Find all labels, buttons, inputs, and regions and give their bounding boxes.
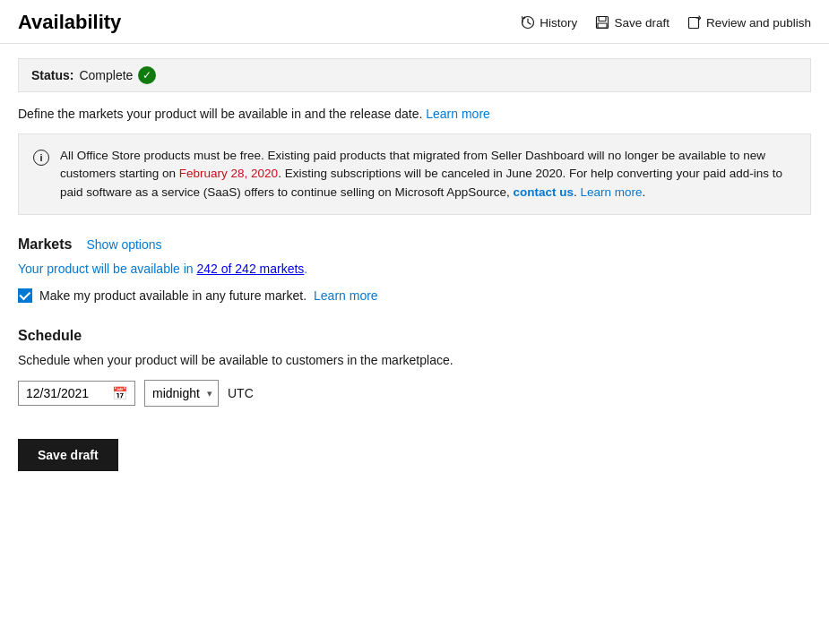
markets-count-text: Your product will be available in 242 of…: [18, 262, 811, 276]
show-options-button[interactable]: Show options: [86, 237, 161, 252]
calendar-icon[interactable]: 📅: [112, 386, 127, 400]
markets-count-highlight[interactable]: 242 of 242 markets: [197, 262, 305, 276]
schedule-section-header: Schedule: [18, 328, 811, 344]
schedule-controls: 📅 midnight 1:00 AM 2:00 AM 3:00 AM 6:00 …: [18, 380, 811, 407]
description-text: Define the markets your product will be …: [18, 107, 811, 121]
time-select-wrap[interactable]: midnight 1:00 AM 2:00 AM 3:00 AM 6:00 AM…: [144, 380, 219, 407]
content-area: Status: Complete ✓ Define the markets yo…: [0, 44, 829, 489]
schedule-title: Schedule: [18, 328, 82, 344]
save-draft-top-button[interactable]: Save draft: [595, 15, 669, 30]
status-value: Complete: [79, 68, 133, 82]
save-draft-top-label: Save draft: [614, 16, 669, 30]
schedule-description: Schedule when your product will be avail…: [18, 353, 811, 367]
review-publish-icon: [687, 15, 702, 30]
info-icon-wrap: i: [33, 149, 49, 167]
history-button[interactable]: History: [521, 15, 577, 30]
top-actions: History Save draft Review and publish: [521, 15, 811, 30]
contact-us-link[interactable]: contact us: [514, 185, 574, 199]
status-check-icon: ✓: [138, 66, 156, 84]
date-input-wrap[interactable]: 📅: [18, 381, 135, 406]
markets-count-prefix: Your product will be available in: [18, 262, 197, 276]
info-learn-more-link[interactable]: Learn more: [581, 185, 643, 199]
save-icon: [595, 15, 609, 30]
status-label: Status:: [31, 68, 73, 82]
svg-rect-3: [598, 23, 607, 28]
info-box-text: All Office Store products must be free. …: [60, 147, 796, 202]
svg-rect-4: [688, 18, 698, 29]
info-date-highlight: February 28, 2020: [179, 167, 278, 180]
history-label: History: [540, 16, 577, 30]
future-market-learn-more[interactable]: Learn more: [314, 288, 378, 303]
svg-rect-2: [599, 17, 606, 21]
future-market-label: Make my product available in any future …: [39, 288, 307, 303]
info-icon: i: [33, 150, 49, 166]
future-market-checkbox[interactable]: [18, 288, 32, 303]
review-publish-button[interactable]: Review and publish: [687, 15, 811, 30]
date-input[interactable]: [26, 386, 107, 400]
review-publish-label: Review and publish: [706, 16, 811, 30]
info-box: i All Office Store products must be free…: [18, 133, 811, 215]
time-select[interactable]: midnight 1:00 AM 2:00 AM 3:00 AM 6:00 AM…: [145, 381, 218, 406]
status-bar: Status: Complete ✓: [18, 58, 811, 92]
top-bar: Availability History Save draft: [0, 0, 829, 44]
description-main: Define the markets your product will be …: [18, 107, 422, 121]
markets-count-suffix: .: [304, 262, 307, 276]
markets-section-header: Markets Show options: [18, 236, 811, 253]
markets-title: Markets: [18, 236, 72, 253]
timezone-label: UTC: [228, 386, 254, 400]
save-draft-button[interactable]: Save draft: [18, 439, 118, 471]
future-market-checkbox-row: Make my product available in any future …: [18, 288, 811, 303]
schedule-section: Schedule Schedule when your product will…: [18, 328, 811, 407]
history-icon: [521, 15, 535, 30]
page-title: Availability: [18, 11, 121, 34]
description-learn-more-link[interactable]: Learn more: [426, 107, 490, 121]
